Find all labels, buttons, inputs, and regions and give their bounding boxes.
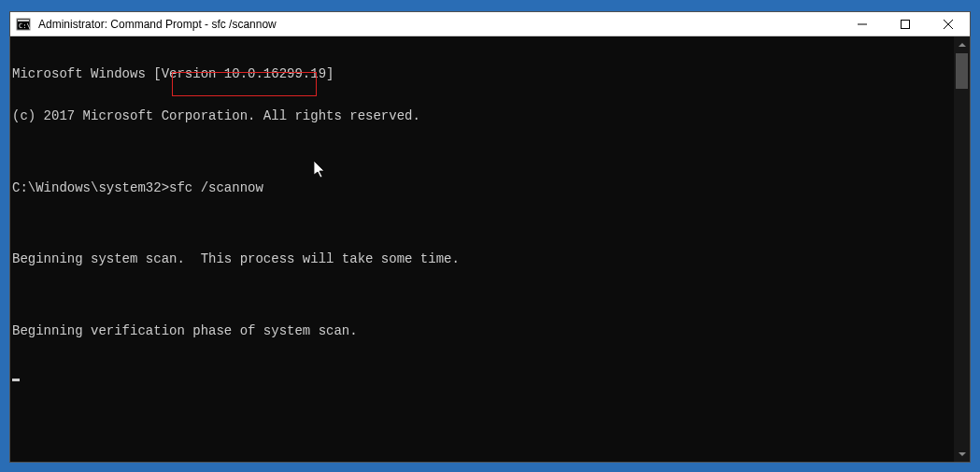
- scrollbar-down-button[interactable]: [954, 446, 970, 462]
- svg-rect-4: [902, 20, 910, 28]
- terminal-line: Beginning system scan. This process will…: [12, 252, 954, 266]
- window-title: Administrator: Command Prompt - sfc /sca…: [38, 18, 841, 31]
- terminal-line: Beginning verification phase of system s…: [12, 324, 954, 338]
- svg-rect-1: [18, 20, 29, 21]
- terminal-line-prompt: C:\Windows\system32>sfc /scannow: [12, 181, 954, 195]
- minimize-button[interactable]: [841, 12, 884, 36]
- maximize-button[interactable]: [884, 12, 927, 36]
- terminal-output[interactable]: Microsoft Windows [Version 10.0.16299.19…: [10, 36, 954, 462]
- window-controls: [841, 12, 970, 36]
- titlebar[interactable]: C:\ Administrator: Command Prompt - sfc …: [10, 12, 970, 36]
- terminal-wrapper: Microsoft Windows [Version 10.0.16299.19…: [10, 36, 970, 462]
- cmd-icon: C:\: [16, 17, 31, 32]
- scrollbar-thumb[interactable]: [956, 53, 968, 89]
- terminal-line: (c) 2017 Microsoft Corporation. All righ…: [12, 109, 954, 123]
- terminal-line: Microsoft Windows [Version 10.0.16299.19…: [12, 67, 954, 81]
- vertical-scrollbar[interactable]: [954, 36, 970, 462]
- close-button[interactable]: [927, 12, 970, 36]
- svg-text:C:\: C:\: [19, 22, 31, 30]
- scrollbar-up-button[interactable]: [954, 36, 970, 52]
- command-text: sfc /scannow: [169, 180, 263, 195]
- text-cursor: [12, 379, 20, 381]
- command-prompt-window: C:\ Administrator: Command Prompt - sfc …: [9, 11, 971, 463]
- prompt-text: C:\Windows\system32>: [12, 180, 169, 195]
- cursor-line: [12, 367, 954, 381]
